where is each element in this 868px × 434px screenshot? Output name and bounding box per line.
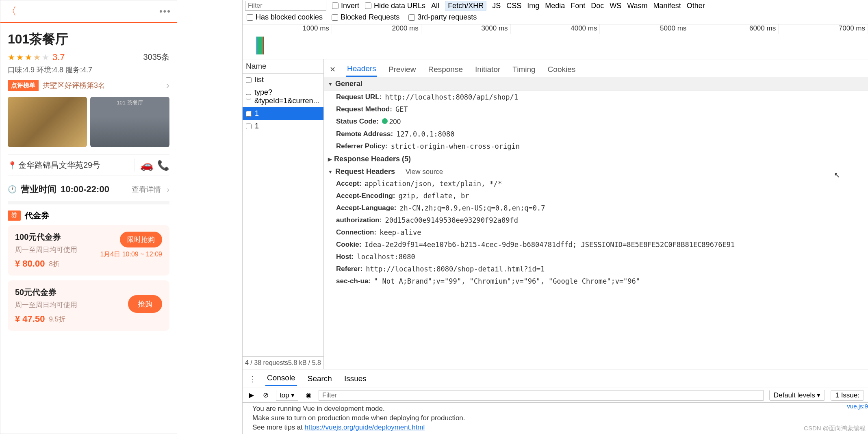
filter-js[interactable]: JS — [492, 2, 501, 10]
mobile-content: 101茶餐厅 ★ ★ ★ ★ ★ 3.7 3035条 口味:4.9 环境:4.8… — [0, 23, 177, 336]
header-key: Accept-Encoding: — [336, 192, 395, 200]
header-key: Referer: — [336, 265, 362, 273]
live-expression-icon[interactable]: ◉ — [304, 391, 313, 400]
ranking-row[interactable]: 点评榜单 拱墅区好评榜第3名 › — [8, 80, 169, 91]
filter-font[interactable]: Font — [571, 2, 585, 10]
filter-wasm[interactable]: Wasm — [627, 2, 647, 10]
coupon-card[interactable]: 100元代金券 周一至周日均可使用 ¥ 80.00 8折 限时抢购 1月4日 1… — [8, 225, 169, 276]
shop-photo[interactable]: 101 茶餐厅 — [90, 97, 169, 147]
mobile-app-panel: 〈 ••• 101茶餐厅 ★ ★ ★ ★ ★ 3.7 3035条 口味:4.9 … — [0, 0, 177, 434]
mobile-navbar: 〈 ••• — [0, 0, 177, 23]
devtools-panel: Invert Hide data URLs All Fetch/XHR JS C… — [242, 0, 868, 434]
timeline-tick: 1000 ms — [243, 24, 332, 34]
chevron-right-icon: › — [166, 80, 169, 91]
rank-badge: 点评榜单 — [8, 80, 39, 91]
tab-console[interactable]: Console — [265, 371, 297, 386]
invert-checkbox[interactable]: Invert — [332, 2, 359, 10]
general-section-toggle[interactable]: ▼General — [324, 77, 868, 91]
buy-button[interactable]: 抢购 — [128, 295, 162, 313]
caret-down-icon: ▼ — [328, 81, 333, 87]
header-key: Accept-Language: — [336, 204, 396, 212]
blocked-cookies-checkbox[interactable]: Has blocked cookies — [247, 13, 323, 22]
request-headers-toggle[interactable]: ▼Request HeadersView source — [328, 165, 868, 178]
console-line: Make sure to turn on production mode whe… — [252, 414, 858, 423]
coupon-timeslot: 1月4日 10:09 ~ 12:09 — [100, 250, 162, 259]
console-filter-input[interactable] — [319, 390, 763, 401]
tab-response[interactable]: Response — [427, 63, 464, 76]
network-filter-bar-2: Has blocked cookies Blocked Requests 3rd… — [243, 11, 868, 24]
hours-detail-link[interactable]: 查看详情 — [132, 184, 161, 194]
header-value: localhost:8080 — [357, 253, 415, 261]
request-row[interactable]: 1 — [243, 120, 323, 132]
header-key: Accept: — [336, 180, 361, 188]
tab-search[interactable]: Search — [306, 372, 334, 386]
timeline-marker — [256, 37, 264, 54]
address-row[interactable]: 📍 金华路锦昌文华苑29号 🚗 📞 — [8, 154, 169, 176]
response-headers-toggle[interactable]: ▶Response Headers (5) — [328, 152, 868, 165]
header-value: http://localhost:8080/shop-detail.html?i… — [366, 265, 545, 273]
photo-caption: 101 茶餐厅 — [117, 99, 143, 106]
coupon-section-title: 代金券 — [25, 210, 49, 221]
deployment-guide-link[interactable]: https://vuejs.org/guide/deployment.html — [305, 423, 425, 431]
tab-cookies[interactable]: Cookies — [547, 63, 577, 76]
address-text: 金华路锦昌文华苑29号 — [18, 160, 128, 171]
issues-counter[interactable]: 1 Issue: — [831, 390, 864, 401]
tab-preview[interactable]: Preview — [388, 63, 417, 76]
header-key: Remote Address: — [336, 130, 393, 138]
car-icon[interactable]: 🚗 — [140, 159, 153, 171]
log-levels-selector[interactable]: Default levels ▾ — [769, 390, 825, 401]
shop-photo[interactable] — [8, 97, 87, 147]
filter-css[interactable]: CSS — [506, 2, 521, 10]
filter-ws[interactable]: WS — [610, 2, 621, 10]
rating-row: ★ ★ ★ ★ ★ 3.7 3035条 — [8, 52, 169, 63]
view-source-link[interactable]: View source — [406, 168, 443, 176]
back-icon[interactable]: 〈 — [6, 4, 17, 18]
request-row[interactable]: list — [243, 74, 323, 86]
filter-all[interactable]: All — [431, 2, 439, 10]
status-dot-icon — [382, 118, 388, 124]
filter-other[interactable]: Other — [687, 2, 705, 10]
request-row[interactable]: type?&typeId=1&curren... — [243, 86, 323, 107]
request-row-selected[interactable]: 1 — [243, 107, 323, 120]
filter-img[interactable]: Img — [527, 2, 539, 10]
execute-icon[interactable]: ▶ — [247, 391, 256, 400]
tab-headers[interactable]: Headers — [346, 62, 377, 77]
hours-row[interactable]: 🕐 营业时间 10:00-22:00 查看详情 › — [8, 176, 169, 204]
tab-issues[interactable]: Issues — [343, 372, 368, 386]
timeline-tick: 2000 ms — [332, 24, 421, 34]
hide-data-urls-checkbox[interactable]: Hide data URLs — [365, 2, 425, 10]
header-value: 200 — [382, 117, 401, 126]
filter-fetch-xhr[interactable]: Fetch/XHR — [445, 1, 486, 11]
network-body: Name list type?&typeId=1&curren... 1 1 4… — [243, 59, 868, 369]
context-selector[interactable]: top ▾ — [276, 390, 298, 401]
source-link[interactable]: vue.js:9 — [847, 403, 868, 410]
filter-doc[interactable]: Doc — [591, 2, 604, 10]
photo-gallery[interactable]: 101 茶餐厅 — [8, 97, 169, 147]
kebab-menu-icon[interactable]: ⋮ — [248, 374, 256, 384]
third-party-checkbox[interactable]: 3rd-party requests — [408, 13, 477, 22]
request-list-header[interactable]: Name — [243, 59, 323, 74]
more-icon[interactable]: ••• — [159, 6, 171, 17]
coupon-card[interactable]: 50元代金券 周一至周日均可使用 ¥ 47.50 9.5折 抢购 — [8, 280, 169, 331]
star-icon: ★ — [25, 52, 32, 62]
tab-timing[interactable]: Timing — [512, 63, 536, 76]
header-value: 127.0.0.1:8080 — [396, 130, 454, 138]
star-icon: ★ — [42, 52, 49, 62]
review-count[interactable]: 3035条 — [143, 52, 170, 63]
star-rating: ★ ★ ★ ★ ★ — [8, 52, 49, 62]
console-line: See more tips at https://vuejs.org/guide… — [252, 423, 858, 432]
filter-manifest[interactable]: Manifest — [653, 2, 681, 10]
blocked-requests-checkbox[interactable]: Blocked Requests — [332, 13, 399, 22]
network-timeline[interactable]: 1000 ms 2000 ms 3000 ms 4000 ms 5000 ms … — [243, 24, 868, 59]
network-filter-input[interactable] — [245, 1, 326, 11]
header-value: strict-origin-when-cross-origin — [391, 142, 520, 150]
watermark: CSDN @面向鸿蒙编程 — [804, 425, 866, 432]
close-icon[interactable]: ✕ — [330, 65, 336, 74]
clear-console-icon[interactable]: ⊘ — [261, 391, 270, 400]
flash-buy-button[interactable]: 限时抢购 — [120, 232, 162, 247]
location-pin-icon: 📍 — [8, 161, 17, 170]
phone-icon[interactable]: 📞 — [157, 160, 169, 171]
filter-media[interactable]: Media — [545, 2, 565, 10]
header-value: http://localhost:8080/api/shop/1 — [385, 93, 518, 101]
tab-initiator[interactable]: Initiator — [474, 63, 501, 76]
